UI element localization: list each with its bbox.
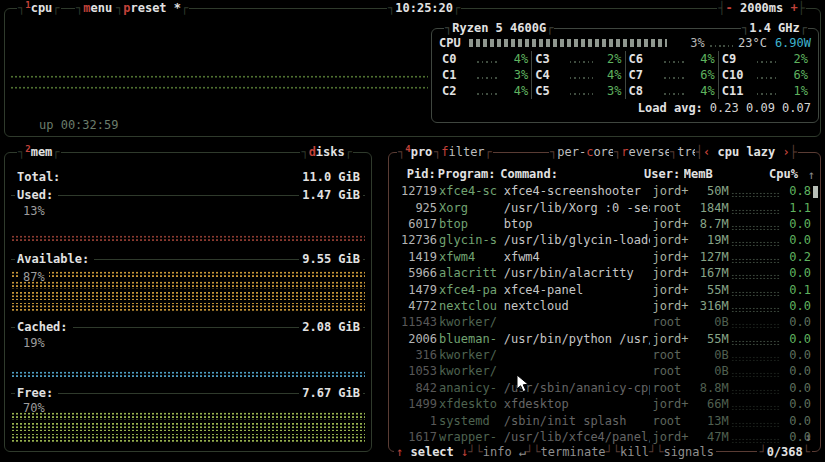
core-percent: 6% (784, 67, 808, 83)
process-user: jord+ (652, 298, 691, 314)
interval-decrease-button[interactable]: - (725, 1, 732, 15)
mem-stat-percent: 13% (19, 203, 49, 219)
load-average-values: 0.23 0.09 0.07 (710, 100, 811, 116)
process-cpu-graph (731, 382, 780, 394)
process-row-pid-316[interactable]: 316kworker/root0B0.0 (396, 347, 811, 363)
process-footer: ↑ select ↓┘└info ↵┘└terminate┘└kill┘└sig… (394, 444, 716, 460)
core-stat-c2: C24% (439, 83, 531, 99)
clock: ┐10:25:20┌ (387, 0, 461, 16)
process-row-pid-6017[interactable]: 6017btopbtopjord+8.7M0.0 (396, 216, 811, 232)
process-cpu-graph-dots (731, 274, 780, 279)
process-program: systemd (439, 413, 502, 429)
process-row-pid-842[interactable]: 842ananicy-/usr/sbin/ananicy-cpp sroot8.… (396, 380, 811, 396)
process-pid: 1479 (396, 282, 437, 298)
process-row-pid-1499[interactable]: 1499xfdesktoxfdesktopjord+66M0.0 (396, 396, 811, 412)
column-header-pid[interactable]: Pid: (396, 166, 436, 182)
process-row-pid-4772[interactable]: 4772nextclounextcloudjord+316M0.0 (396, 298, 811, 314)
disks-toggle-button[interactable]: ┐disks┌ (300, 144, 353, 160)
sort-selector[interactable]: ┤‹ cpu lazy ›├ (695, 144, 798, 160)
mem-available-graph-line (11, 271, 365, 277)
process-pid: 5966 (396, 265, 437, 281)
uptime-label: up 00:32:59 (39, 117, 118, 133)
core-name: C2 (442, 83, 472, 99)
dotted-leader (664, 93, 686, 95)
interval-increase-button[interactable]: + (791, 1, 798, 15)
process-cpu-percent: 0.0 (782, 314, 811, 330)
footer-action-kill[interactable]: kill (620, 445, 649, 459)
process-row-pid-1479[interactable]: 1479xfce4-paxfce4-paneljord+55M0.1 (396, 281, 811, 297)
process-cpu-graph (731, 267, 780, 279)
process-pid: 2006 (396, 331, 437, 347)
mem-stat-value: 1.47 GiB (299, 187, 363, 203)
process-row-pid-11543[interactable]: 11543kworker/root0B0.0 (396, 314, 811, 330)
mem-box-title[interactable]: ┐2mem┌ (17, 144, 61, 160)
footer-action-terminate[interactable]: terminate (541, 445, 606, 459)
core-percent: 4% (504, 51, 528, 67)
dotted-leader (757, 93, 779, 95)
cpu-usage-graph-line-2 (10, 86, 428, 90)
process-cpu-graph (731, 300, 780, 312)
cpu-power-draw: 6.90W (775, 35, 811, 51)
cpu-box-title[interactable]: ┐1cpu┌ (17, 0, 61, 16)
column-header-memb[interactable]: MemB (684, 166, 718, 182)
mem-stat-value: 7.67 GiB (299, 385, 363, 401)
core-percent: 4% (598, 67, 622, 83)
process-pid: 1053 (396, 363, 437, 379)
cpu-hotkey-number: 1 (25, 0, 30, 10)
process-program: kworker/ (439, 347, 502, 363)
process-row-pid-1[interactable]: 1systemd/sbin/init splashroot13M0.0 (396, 412, 811, 428)
process-row-pid-12719[interactable]: 12719xfce4-scxfce4-screenshooterjord+50M… (396, 183, 811, 199)
preset-button[interactable]: ┐preset *┌ (115, 0, 189, 16)
core-stat-c4: C44% (531, 67, 624, 83)
dotted-leader (570, 61, 592, 63)
process-user: jord+ (652, 331, 691, 347)
select-up-icon[interactable]: ↑ (396, 444, 403, 460)
process-cpu-percent: 0.0 (782, 298, 811, 314)
column-header-user[interactable]: User: (644, 166, 682, 182)
column-header-program[interactable]: Program: (438, 166, 499, 182)
core-percent: 2% (598, 51, 622, 67)
core-stat-c6: C64% (625, 51, 718, 67)
dotted-leader (477, 77, 499, 79)
filter-button[interactable]: ┐filter┌ (433, 144, 493, 160)
core-percent: 1% (784, 83, 808, 99)
process-row-pid-12736[interactable]: 12736glycin-s/usr/lib/glycin-loaderjord+… (396, 232, 811, 248)
core-name: C4 (535, 67, 565, 83)
process-row-pid-2006[interactable]: 2006blueman-/usr/bin/python /usr/bjord+5… (396, 331, 811, 347)
process-command: nextcloud (504, 298, 651, 314)
process-cpu-graph-dots (731, 209, 780, 214)
column-header-cpu[interactable]: Cpu% (769, 166, 798, 182)
cpu-frequency: ┐1.4 GHz┌ (741, 20, 808, 36)
process-user: root (652, 363, 691, 379)
footer-action-signals[interactable]: signals (663, 445, 714, 459)
process-user: root (652, 200, 691, 216)
process-program: ananicy- (439, 380, 502, 396)
column-header-command[interactable]: Command: (500, 166, 642, 182)
process-mem: 184M (694, 200, 729, 216)
process-program: kworker/ (439, 363, 502, 379)
process-row-pid-925[interactable]: 925Xorg/usr/lib/Xorg :0 -seatroot184M1.1 (396, 199, 811, 215)
process-pid: 11543 (396, 314, 437, 330)
menu-button[interactable]: ┐menu┌ (75, 0, 120, 16)
process-cpu-percent: 1.1 (782, 200, 811, 216)
process-row-pid-1419[interactable]: 1419xfwm4xfwm4jord+127M0.2 (396, 249, 811, 265)
sort-prev-arrow-icon[interactable]: ‹ (703, 145, 710, 159)
process-row-pid-1617[interactable]: 1617wrapper-/usr/lib/xfce4/panel/wjord+4… (396, 429, 811, 445)
footer-action-info[interactable]: info ↵ (483, 445, 526, 459)
process-cpu-graph-dots (731, 323, 780, 328)
mem-stat-value: 11.0 GiB (299, 169, 363, 185)
process-command: /usr/bin/alacritty (504, 265, 651, 281)
core-name: C8 (629, 83, 659, 99)
update-interval-control[interactable]: ┤- 2000ms +├ (717, 0, 806, 16)
cpu-stats-subpanel: ┐Ryzen 5 4600G┌ ┐1.4 GHz┌ CPU 3% 23°C 6.… (431, 28, 819, 123)
scrollbar-thumb[interactable] (813, 186, 818, 198)
sort-next-arrow-icon[interactable]: › (783, 145, 790, 159)
process-row-pid-5966[interactable]: 5966alacritt/usr/bin/alacrittyjord+167M0… (396, 265, 811, 281)
process-cpu-graph-dots (731, 192, 780, 197)
process-user: jord+ (652, 183, 691, 199)
process-row-pid-1053[interactable]: 1053kworker/root0B0.0 (396, 363, 811, 379)
process-pid: 4772 (396, 298, 437, 314)
mem-stat-percent: 19% (19, 335, 49, 351)
cpu-panel: ┐1cpu┌ ┐menu┌ ┐preset *┌ ┐10:25:20┌ ┤- 2… (4, 8, 821, 137)
process-pid: 6017 (396, 216, 437, 232)
